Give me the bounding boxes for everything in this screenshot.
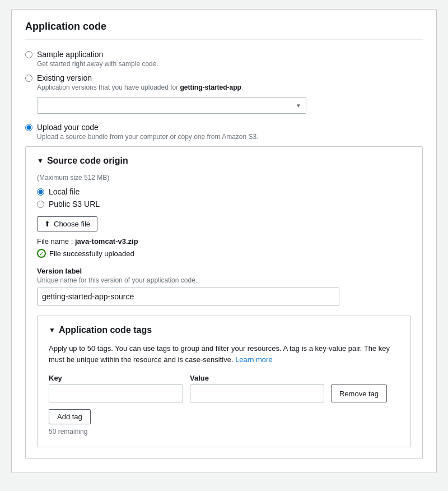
source-code-origin-panel: ▼ Source code origin (Maximum size 512 M…	[25, 146, 423, 459]
file-name-row: File name : java-tomcat-v3.zip	[37, 237, 411, 246]
local-file-label: Local file	[49, 187, 80, 196]
upload-code-option[interactable]: Upload your code Upload a source bundle …	[25, 123, 423, 141]
max-size-hint: (Maximum size 512 MB)	[37, 174, 411, 182]
upload-code-sublabel: Upload a source bundle from your compute…	[37, 133, 259, 141]
remove-tag-button[interactable]: Remove tag	[331, 385, 387, 402]
upload-success-row: ✓ File successfully uploaded	[37, 249, 411, 258]
version-label-section: Version label Unique name for this versi…	[37, 267, 411, 305]
upload-code-label: Upload your code	[37, 123, 259, 132]
source-code-origin-title: Source code origin	[47, 156, 128, 166]
key-input[interactable]	[49, 385, 183, 402]
value-column-label: Value	[190, 374, 324, 382]
existing-version-option[interactable]: Existing version Application versions th…	[25, 73, 423, 91]
local-file-radio[interactable]	[37, 188, 44, 196]
existing-version-dropdown[interactable]: ▼	[38, 97, 306, 114]
app-code-tags-panel: ▼ Application code tags Apply up to 50 t…	[37, 316, 411, 447]
public-s3-option[interactable]: Public S3 URL	[37, 200, 411, 209]
file-name-value: java-tomcat-v3.zip	[75, 237, 138, 246]
app-code-tags-title: Application code tags	[59, 325, 152, 335]
app-code-tags-header: ▼ Application code tags	[49, 325, 399, 335]
version-label-title: Version label	[37, 267, 411, 275]
remaining-count: 50 remaining	[49, 428, 399, 436]
value-column: Value	[190, 374, 324, 402]
upload-success-text: File successfully uploaded	[49, 249, 134, 258]
tags-section-collapse-icon: ▼	[49, 326, 55, 334]
sample-application-radio[interactable]	[25, 51, 32, 58]
dropdown-arrow-icon: ▼	[296, 103, 301, 109]
existing-version-radio[interactable]	[25, 75, 32, 82]
existing-version-sublabel: Application versions that you have uploa…	[37, 84, 243, 91]
source-code-origin-header: ▼ Source code origin	[37, 156, 411, 166]
existing-version-label: Existing version	[37, 73, 243, 82]
value-input[interactable]	[190, 385, 324, 402]
file-name-label: File name :	[37, 237, 73, 246]
version-label-input[interactable]	[37, 288, 339, 305]
public-s3-radio[interactable]	[37, 201, 44, 208]
tags-input-row: Key Value Remove tag	[49, 374, 399, 402]
success-icon: ✓	[37, 249, 46, 258]
choose-file-label: Choose file	[54, 220, 90, 228]
sample-application-label: Sample application	[37, 50, 158, 59]
upload-icon: ⬆	[44, 220, 50, 228]
version-label-hint: Unique name for this version of your app…	[37, 276, 411, 284]
source-section-collapse-icon: ▼	[37, 157, 44, 165]
upload-code-radio[interactable]	[25, 124, 32, 131]
choose-file-button[interactable]: ⬆ Choose file	[37, 216, 97, 231]
existing-version-dropdown-row: ▼	[38, 97, 423, 114]
file-source-radio-group: Local file Public S3 URL	[37, 187, 411, 209]
application-code-panel: Application code Sample application Get …	[11, 9, 437, 473]
key-column-label: Key	[49, 374, 183, 382]
sample-application-sublabel: Get started right away with sample code.	[37, 60, 158, 68]
key-column: Key	[49, 374, 183, 402]
tags-description: Apply up to 50 tags. You can use tags to…	[49, 343, 399, 365]
public-s3-label: Public S3 URL	[49, 200, 100, 209]
sample-application-option[interactable]: Sample application Get started right awa…	[25, 50, 423, 68]
page-title: Application code	[25, 21, 423, 40]
add-tag-button[interactable]: Add tag	[49, 409, 91, 424]
local-file-option[interactable]: Local file	[37, 187, 411, 196]
source-type-radio-group: Sample application Get started right awa…	[25, 50, 423, 141]
learn-more-link[interactable]: Learn more	[235, 355, 272, 364]
